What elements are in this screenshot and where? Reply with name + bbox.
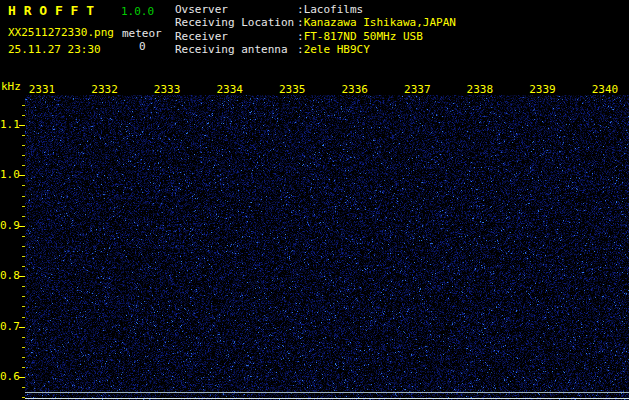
info-separator: : <box>297 43 304 56</box>
clock-timestamp: 25.11.27 23:30 <box>8 44 101 55</box>
time-label: 2331 <box>29 84 56 95</box>
time-label: 2340 <box>592 84 619 95</box>
info-separator: : <box>297 30 304 43</box>
info-value: 2ele HB9CY <box>304 43 370 56</box>
info-value: FT-817ND 50MHz USB <box>304 30 423 43</box>
info-row-location: Receiving Location: Kanazawa Ishikawa,JA… <box>175 16 456 29</box>
mode-label: meteor <box>122 28 162 39</box>
spectrogram-canvas <box>25 95 629 400</box>
time-label: 2337 <box>404 84 431 95</box>
info-label: Ovserver <box>175 3 297 16</box>
freq-label: 1.0 <box>0 168 19 181</box>
freq-label: 0.6 <box>0 370 19 383</box>
station-info: Ovserver: Lacofilms Receiving Location: … <box>175 3 456 56</box>
freq-label: 0.8 <box>0 269 19 282</box>
info-label: Receiving Location <box>175 16 297 29</box>
info-row-receiver: Receiver: FT-817ND 50MHz USB <box>175 30 456 43</box>
app-title: H R O F F T <box>8 4 94 17</box>
time-label: 2336 <box>342 84 369 95</box>
time-label: 2339 <box>529 84 556 95</box>
time-label: 2334 <box>216 84 243 95</box>
info-separator: : <box>297 16 304 29</box>
info-value: Lacofilms <box>304 3 364 16</box>
info-row-observer: Ovserver: Lacofilms <box>175 3 456 16</box>
freq-label: 0.7 <box>0 320 19 333</box>
time-label: 2338 <box>467 84 494 95</box>
meteor-count: 0 <box>139 41 146 52</box>
freq-label: 0.9 <box>0 219 19 232</box>
time-label: 2332 <box>91 84 118 95</box>
freq-label: 1.1 <box>0 118 19 131</box>
output-filename: XX2511272330.png <box>8 27 114 38</box>
time-label: 2333 <box>154 84 181 95</box>
freq-unit-label: kHz <box>1 81 21 92</box>
info-value: Kanazawa Ishikawa,JAPAN <box>304 16 456 29</box>
time-label: 2335 <box>279 84 306 95</box>
hrofft-app: H R O F F T 1.0.0 XX2511272330.png meteo… <box>0 0 629 400</box>
info-row-antenna: Receiving antenna: 2ele HB9CY <box>175 43 456 56</box>
app-version: 1.0.0 <box>121 6 154 17</box>
info-label: Receiving antenna <box>175 43 297 56</box>
info-label: Receiver <box>175 30 297 43</box>
info-separator: : <box>297 3 304 16</box>
